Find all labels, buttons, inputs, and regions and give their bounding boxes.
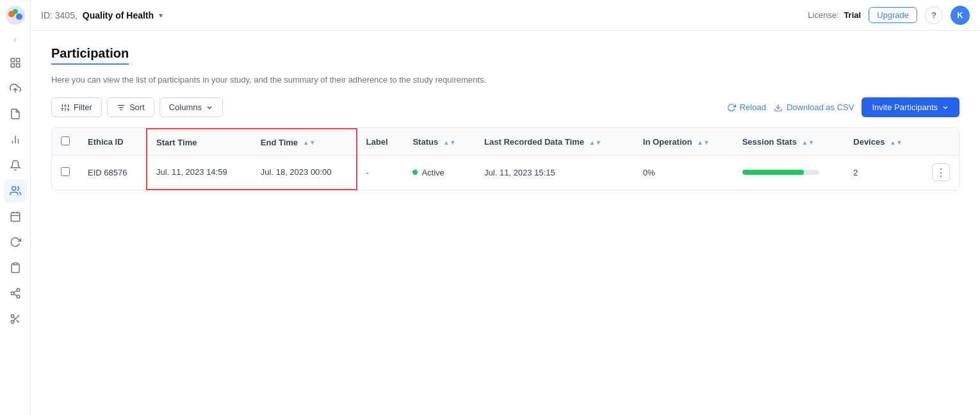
th-label: Label bbox=[357, 129, 404, 156]
help-button[interactable]: ? bbox=[925, 6, 943, 24]
app-logo[interactable] bbox=[5, 5, 26, 26]
svg-rect-6 bbox=[16, 64, 19, 67]
sidebar-item-cut[interactable] bbox=[4, 307, 27, 330]
sidebar-item-calendar[interactable] bbox=[4, 205, 27, 228]
toolbar: Filter Sort Columns Reload Dow bbox=[51, 97, 960, 117]
sidebar-item-bell[interactable] bbox=[4, 154, 27, 177]
upgrade-button[interactable]: Upgrade bbox=[869, 7, 917, 23]
status-dot-active bbox=[412, 170, 418, 175]
end-time-sort-icon[interactable]: ▲▼ bbox=[303, 140, 316, 146]
th-session-stats: Session Stats ▲▼ bbox=[733, 129, 845, 156]
cell-label: - bbox=[357, 156, 404, 190]
session-stats-sort-icon[interactable]: ▲▼ bbox=[802, 140, 815, 146]
toolbar-right: Reload Download as CSV Invite Participan… bbox=[727, 97, 960, 117]
license-type: Trial bbox=[844, 10, 861, 20]
svg-rect-13 bbox=[11, 213, 20, 222]
filter-icon bbox=[61, 103, 70, 112]
invite-chevron-icon bbox=[942, 104, 949, 111]
th-in-operation: In Operation ▲▼ bbox=[634, 129, 733, 156]
row-checkbox[interactable] bbox=[61, 167, 70, 176]
main-area: ID: 3405, Quality of Health ▾ License: T… bbox=[31, 0, 980, 415]
cell-start-time: Jul. 11, 2023 14:59 bbox=[147, 156, 252, 190]
cell-in-operation: 0% bbox=[634, 156, 733, 190]
sidebar-item-home[interactable] bbox=[4, 51, 27, 74]
session-stats-bar-container bbox=[742, 170, 819, 175]
th-last-recorded: Last Recorded Data Time ▲▼ bbox=[475, 129, 634, 156]
cell-end-time: Jul. 18, 2023 00:00 bbox=[252, 156, 357, 190]
th-ethica-id: Ethica ID bbox=[79, 129, 147, 156]
svg-rect-5 bbox=[16, 58, 19, 61]
topbar-left: ID: 3405, Quality of Health ▾ bbox=[41, 10, 163, 20]
sidebar-item-document[interactable] bbox=[4, 102, 27, 126]
session-stats-bar-fill bbox=[742, 170, 804, 175]
svg-line-27 bbox=[13, 317, 15, 319]
svg-point-3 bbox=[13, 9, 18, 14]
svg-point-12 bbox=[12, 186, 15, 190]
th-actions bbox=[923, 129, 959, 156]
participants-table-container: Ethica ID Start Time End Time ▲▼ Label bbox=[51, 127, 960, 191]
svg-point-20 bbox=[17, 295, 20, 298]
participants-table: Ethica ID Start Time End Time ▲▼ Label bbox=[52, 128, 959, 190]
study-name: Quality of Health bbox=[83, 10, 154, 20]
sidebar-item-users[interactable] bbox=[4, 179, 27, 202]
study-id: ID: 3405, bbox=[41, 10, 78, 20]
toolbar-left: Filter Sort Columns bbox=[51, 97, 223, 117]
cell-ethica-id: EID 68576 bbox=[79, 156, 147, 190]
th-status: Status ▲▼ bbox=[404, 129, 475, 156]
last-recorded-sort-icon[interactable]: ▲▼ bbox=[589, 140, 602, 146]
svg-point-23 bbox=[11, 314, 14, 318]
sidebar: › bbox=[0, 0, 31, 415]
sort-button[interactable]: Sort bbox=[107, 97, 154, 117]
download-icon bbox=[774, 103, 783, 112]
status-active-badge: Active bbox=[412, 168, 466, 177]
table-row: EID 68576 Jul. 11, 2023 14:59 Jul. 18, 2… bbox=[52, 156, 959, 190]
svg-line-22 bbox=[13, 291, 17, 293]
cell-actions: ⋮ bbox=[923, 156, 959, 190]
row-checkbox-cell[interactable] bbox=[52, 156, 79, 190]
select-all-header[interactable] bbox=[52, 129, 79, 156]
sidebar-item-upload[interactable] bbox=[4, 77, 27, 100]
th-devices: Devices ▲▼ bbox=[844, 129, 923, 156]
th-start-time: Start Time bbox=[147, 129, 252, 156]
sidebar-item-chart[interactable] bbox=[4, 128, 27, 151]
sidebar-item-share[interactable] bbox=[4, 282, 27, 305]
sidebar-item-history[interactable] bbox=[4, 231, 27, 254]
topbar-right: License: Trial Upgrade ? K bbox=[808, 6, 970, 25]
license-label: License: Trial bbox=[808, 10, 861, 20]
topbar: ID: 3405, Quality of Health ▾ License: T… bbox=[31, 0, 980, 31]
cell-last-recorded: Jul. 11, 2023 15:15 bbox=[475, 156, 634, 190]
reload-button[interactable]: Reload bbox=[727, 102, 766, 112]
row-action-button[interactable]: ⋮ bbox=[932, 163, 950, 181]
svg-point-18 bbox=[17, 289, 20, 292]
svg-point-19 bbox=[11, 292, 14, 295]
columns-chevron-icon bbox=[206, 104, 213, 111]
columns-button[interactable]: Columns bbox=[159, 97, 223, 117]
user-avatar[interactable]: K bbox=[951, 6, 970, 25]
svg-rect-7 bbox=[11, 64, 14, 67]
table-header-row: Ethica ID Start Time End Time ▲▼ Label bbox=[52, 129, 959, 156]
filter-button[interactable]: Filter bbox=[51, 97, 102, 117]
status-sort-icon[interactable]: ▲▼ bbox=[443, 140, 456, 146]
svg-rect-4 bbox=[11, 58, 14, 61]
cell-devices: 2 bbox=[844, 156, 923, 190]
page-content: Participation Here you can view the list… bbox=[31, 31, 980, 415]
devices-sort-icon[interactable]: ▲▼ bbox=[890, 140, 902, 146]
svg-point-2 bbox=[16, 13, 22, 20]
page-description: Here you can view the list of participan… bbox=[51, 75, 960, 85]
th-end-time: End Time ▲▼ bbox=[252, 129, 357, 156]
select-all-checkbox[interactable] bbox=[61, 136, 70, 145]
sidebar-item-clipboard[interactable] bbox=[4, 256, 27, 279]
sort-icon bbox=[117, 103, 126, 112]
svg-line-26 bbox=[16, 320, 19, 323]
download-csv-button[interactable]: Download as CSV bbox=[774, 102, 854, 112]
svg-point-24 bbox=[11, 320, 14, 323]
cell-status: Active bbox=[404, 156, 475, 190]
cell-session-stats bbox=[733, 156, 845, 190]
topbar-chevron-icon[interactable]: ▾ bbox=[159, 11, 163, 20]
reload-icon bbox=[727, 103, 736, 112]
sidebar-expand-icon[interactable]: › bbox=[9, 33, 22, 46]
invite-participants-button[interactable]: Invite Participants bbox=[862, 97, 960, 117]
page-title: Participation bbox=[51, 46, 129, 65]
in-operation-sort-icon[interactable]: ▲▼ bbox=[697, 140, 710, 146]
svg-rect-17 bbox=[13, 263, 17, 265]
